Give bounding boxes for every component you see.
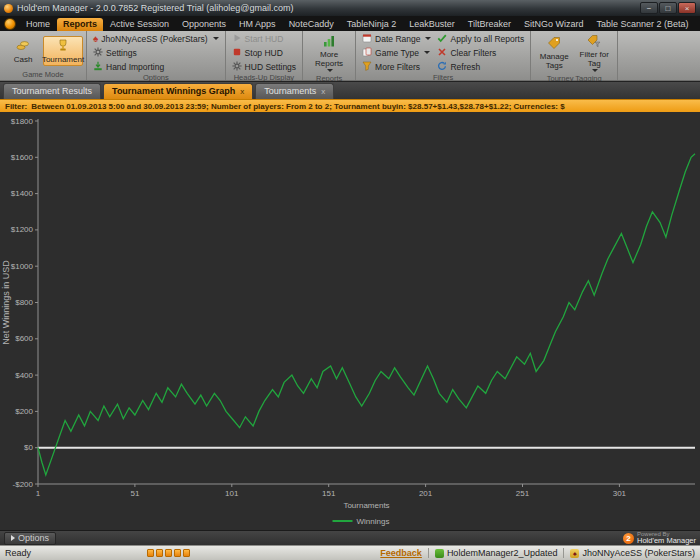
- stop-hud-button[interactable]: Stop HUD: [229, 46, 300, 59]
- group-reports: More Reports Reports: [303, 31, 356, 80]
- svg-text:Winnings: Winnings: [357, 517, 390, 526]
- tournament-label: Tournament: [42, 56, 84, 64]
- date-range-label: Date Range: [375, 34, 420, 44]
- status-ready: Ready: [5, 548, 31, 558]
- svg-text:$0: $0: [24, 443, 33, 452]
- winnings-chart: -$200$0$200$400$600$800$1000$1200$1400$1…: [0, 112, 700, 530]
- tab-label: Tournament Winnings Graph: [112, 86, 235, 96]
- trophy-icon: [56, 38, 70, 54]
- svg-text:301: 301: [613, 489, 627, 498]
- settings-button[interactable]: Settings: [90, 46, 222, 59]
- ribbon-tab-tableninja[interactable]: TableNinja 2: [341, 18, 403, 31]
- clear-filters-button[interactable]: Clear Filters: [434, 46, 527, 59]
- svg-text:Tournaments: Tournaments: [343, 501, 389, 510]
- hand-importing-label: Hand Importing: [106, 62, 164, 72]
- close-tab-icon[interactable]: x: [321, 87, 325, 96]
- svg-text:$1600: $1600: [11, 153, 34, 162]
- group-tourney-tagging: Manage Tags Filter for Tag Tourney Taggi…: [531, 31, 618, 80]
- pokerstars-spade-icon: ♠: [93, 34, 98, 44]
- tab-tournaments[interactable]: Tournaments x: [255, 83, 334, 99]
- clear-filters-label: Clear Filters: [450, 48, 496, 58]
- filter-summary-bar: Filter: Between 01.09.2013 5:00 and 30.0…: [0, 99, 700, 112]
- svg-text:201: 201: [419, 489, 433, 498]
- hud-settings-button[interactable]: HUD Settings: [229, 60, 300, 73]
- more-reports-label: More Reports: [308, 51, 350, 68]
- svg-text:$400: $400: [15, 371, 33, 380]
- tab-tournament-results[interactable]: Tournament Results: [3, 83, 101, 99]
- more-reports-button[interactable]: More Reports: [306, 32, 352, 74]
- titlebar: Hold'em Manager - 2.0.0.7852 Registered …: [0, 0, 700, 16]
- progress-block: [165, 549, 172, 557]
- more-filters-button[interactable]: More Filters: [359, 60, 434, 73]
- progress-block: [174, 549, 181, 557]
- tournament-button[interactable]: Tournament: [43, 36, 83, 66]
- report-tab-bar: Tournament Results Tournament Winnings G…: [0, 81, 700, 99]
- ribbon-tab-notecaddy[interactable]: NoteCaddy: [283, 18, 340, 31]
- powered-by-branding: 2 Powered By Hold'em Manager: [623, 531, 696, 546]
- hand-importing-button[interactable]: Hand Importing: [90, 60, 222, 73]
- hm2-badge-icon: 2: [623, 533, 634, 544]
- cash-label: Cash: [14, 56, 33, 64]
- ribbon-tab-active-session[interactable]: Active Session: [104, 18, 175, 31]
- date-range-button[interactable]: Date Range: [359, 32, 434, 45]
- progress-block: [156, 549, 163, 557]
- filter-for-tag-button[interactable]: Filter for Tag: [574, 32, 614, 74]
- ribbon-tab-leakbuster[interactable]: LeakBuster: [403, 18, 461, 31]
- svg-text:$1000: $1000: [11, 262, 34, 271]
- ribbon: Cash Tournament Game Mode ♠ JhoNNyAceSS …: [0, 31, 700, 81]
- manage-tags-button[interactable]: Manage Tags: [534, 34, 574, 72]
- hud-settings-label: HUD Settings: [245, 62, 297, 72]
- group-filters: Date Range Game Type More Filters: [356, 31, 531, 80]
- account-label: JhoNNyAceSS (PokerStars): [101, 34, 207, 44]
- progress-block: [183, 549, 190, 557]
- chevron-down-icon: [425, 37, 431, 40]
- tab-tournament-winnings-graph[interactable]: Tournament Winnings Graph x: [103, 83, 253, 99]
- svg-text:-$200: -$200: [13, 480, 34, 489]
- gear-icon: [93, 47, 103, 59]
- feedback-link[interactable]: Feedback: [380, 548, 422, 558]
- ribbon-tab-sitngo-wizard[interactable]: SitNGo Wizard: [518, 18, 590, 31]
- check-icon: [437, 33, 447, 45]
- ribbon-tab-home[interactable]: Home: [20, 18, 56, 31]
- ribbon-tab-tiltbreaker[interactable]: TiltBreaker: [462, 18, 517, 31]
- maximize-button[interactable]: □: [659, 2, 677, 14]
- status-item-label: HoldemManager2_Updated: [447, 548, 558, 558]
- svg-text:$800: $800: [15, 298, 33, 307]
- svg-text:251: 251: [516, 489, 530, 498]
- game-type-button[interactable]: Game Type: [359, 46, 434, 59]
- window-controls: − □ ×: [640, 2, 696, 14]
- status-bar: Ready Feedback HoldemManager2_Updated ♠ …: [0, 545, 700, 560]
- account-selector[interactable]: ♠ JhoNNyAceSS (PokerStars): [90, 32, 222, 45]
- cards-icon: [362, 47, 372, 59]
- close-tab-icon[interactable]: x: [240, 87, 244, 96]
- funnel-icon: [362, 61, 372, 73]
- ribbon-tab-opponents[interactable]: Opponents: [176, 18, 232, 31]
- more-filters-label: More Filters: [375, 62, 420, 72]
- svg-text:1: 1: [36, 489, 41, 498]
- tag-filter-icon: [587, 34, 601, 50]
- start-hud-label: Start HUD: [245, 34, 284, 44]
- ribbon-tab-reports[interactable]: Reports: [57, 18, 103, 31]
- app-window: Hold'em Manager - 2.0.0.7852 Registered …: [0, 0, 700, 560]
- clear-x-icon: [437, 47, 447, 59]
- chevron-down-icon: [424, 51, 430, 54]
- chevron-down-icon: [213, 37, 219, 40]
- ribbon-tab-hm-apps[interactable]: HM Apps: [233, 18, 282, 31]
- winnings-graph-panel: -$200$0$200$400$600$800$1000$1200$1400$1…: [0, 112, 700, 530]
- options-expander-button[interactable]: Options: [4, 532, 56, 545]
- game-type-label: Game Type: [375, 48, 419, 58]
- start-hud-button[interactable]: Start HUD: [229, 32, 300, 45]
- ribbon-tab-table-scanner[interactable]: Table Scanner 2 (Beta): [590, 18, 694, 31]
- svg-text:151: 151: [322, 489, 336, 498]
- import-progress-indicator: [147, 549, 190, 557]
- minimize-button[interactable]: −: [640, 2, 658, 14]
- svg-text:$1800: $1800: [11, 117, 34, 126]
- close-button[interactable]: ×: [678, 2, 696, 14]
- cash-button[interactable]: Cash: [3, 36, 43, 66]
- apply-all-reports-button[interactable]: Apply to all Reports: [434, 32, 527, 45]
- refresh-button[interactable]: Refresh: [434, 60, 527, 73]
- svg-text:$1200: $1200: [11, 225, 34, 234]
- svg-text:$600: $600: [15, 334, 33, 343]
- application-menu-orb[interactable]: [4, 18, 16, 30]
- import-icon: [93, 61, 103, 73]
